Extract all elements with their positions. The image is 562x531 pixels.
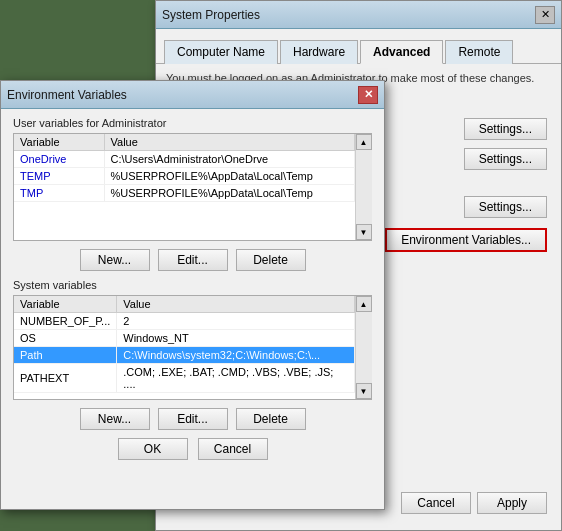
- tabs-container: Computer Name Hardware Advanced Remote: [156, 33, 561, 64]
- user-row-temp-var: TEMP: [14, 168, 104, 185]
- tab-remote[interactable]: Remote: [445, 40, 513, 64]
- sys-table-scrollbar[interactable]: ▲ ▼: [355, 296, 371, 399]
- env-window-title: Environment Variables: [7, 88, 127, 102]
- scroll-track: [356, 150, 372, 224]
- user-new-button[interactable]: New...: [80, 249, 150, 271]
- system-props-close-button[interactable]: ✕: [535, 6, 555, 24]
- sys-row-os[interactable]: OS Windows_NT: [14, 330, 355, 347]
- user-delete-button[interactable]: Delete: [236, 249, 306, 271]
- scroll-down-arrow[interactable]: ▼: [356, 224, 372, 240]
- sp-apply-button[interactable]: Apply: [477, 492, 547, 514]
- user-vars-table-inner: Variable Value OneDrive C:\Users\Adminis…: [14, 134, 355, 240]
- sys-table-header-row: Variable Value: [14, 296, 355, 313]
- sys-row-path-val: C:\Windows\system32;C:\Windows;C:\...: [117, 347, 355, 364]
- sys-vars-table: Variable Value NUMBER_OF_P... 2 OS Windo…: [14, 296, 355, 393]
- tab-advanced[interactable]: Advanced: [360, 40, 443, 64]
- tab-hardware[interactable]: Hardware: [280, 40, 358, 64]
- sys-col-variable: Variable: [14, 296, 117, 313]
- sys-row-pathext-var: PATHEXT: [14, 364, 117, 393]
- user-row-tmp[interactable]: TMP %USERPROFILE%\AppData\Local\Temp: [14, 185, 355, 202]
- sys-delete-button[interactable]: Delete: [236, 408, 306, 430]
- user-vars-table-container: Variable Value OneDrive C:\Users\Adminis…: [13, 133, 372, 241]
- sys-row-path[interactable]: Path C:\Windows\system32;C:\Windows;C:\.…: [14, 347, 355, 364]
- sys-row-os-var: OS: [14, 330, 117, 347]
- user-vars-section-title: User variables for Administrator: [13, 117, 372, 129]
- user-row-temp-val: %USERPROFILE%\AppData\Local\Temp: [104, 168, 355, 185]
- settings-button-3[interactable]: Settings...: [464, 196, 547, 218]
- sys-row-num-procs-val: 2: [117, 313, 355, 330]
- sys-row-os-val: Windows_NT: [117, 330, 355, 347]
- user-edit-button[interactable]: Edit...: [158, 249, 228, 271]
- system-props-title: System Properties: [162, 8, 260, 22]
- sys-col-value: Value: [117, 296, 355, 313]
- env-ok-button[interactable]: OK: [118, 438, 188, 460]
- user-table-scrollbar[interactable]: ▲ ▼: [355, 134, 371, 240]
- user-row-tmp-var: TMP: [14, 185, 104, 202]
- sys-edit-button[interactable]: Edit...: [158, 408, 228, 430]
- env-titlebar: Environment Variables ✕: [1, 81, 384, 109]
- sp-cancel-button[interactable]: Cancel: [401, 492, 471, 514]
- sys-row-path-var: Path: [14, 347, 117, 364]
- user-row-temp[interactable]: TEMP %USERPROFILE%\AppData\Local\Temp: [14, 168, 355, 185]
- system-props-titlebar: System Properties ✕: [156, 1, 561, 29]
- sys-vars-table-container: Variable Value NUMBER_OF_P... 2 OS Windo…: [13, 295, 372, 400]
- env-cancel-button[interactable]: Cancel: [198, 438, 268, 460]
- sys-row-num-procs[interactable]: NUMBER_OF_P... 2: [14, 313, 355, 330]
- user-row-onedrive-val: C:\Users\Administrator\OneDrve: [104, 151, 355, 168]
- sys-row-pathext[interactable]: PATHEXT .COM; .EXE; .BAT; .CMD; .VBS; .V…: [14, 364, 355, 393]
- user-table-header-row: Variable Value: [14, 134, 355, 151]
- user-col-value: Value: [104, 134, 355, 151]
- sys-scroll-up-arrow[interactable]: ▲: [356, 296, 372, 312]
- sys-vars-table-inner: Variable Value NUMBER_OF_P... 2 OS Windo…: [14, 296, 355, 399]
- env-variables-button[interactable]: Environment Variables...: [385, 228, 547, 252]
- tab-computer-name[interactable]: Computer Name: [164, 40, 278, 64]
- sys-scroll-down-arrow[interactable]: ▼: [356, 383, 372, 399]
- user-row-onedrive-var: OneDrive: [14, 151, 104, 168]
- user-row-tmp-val: %USERPROFILE%\AppData\Local\Temp: [104, 185, 355, 202]
- scroll-up-arrow[interactable]: ▲: [356, 134, 372, 150]
- sys-vars-section-title: System variables: [13, 279, 372, 291]
- sys-scroll-track: [356, 312, 372, 383]
- env-bottom-buttons: OK Cancel: [1, 438, 384, 460]
- settings-button-1[interactable]: Settings...: [464, 118, 547, 140]
- user-vars-buttons: New... Edit... Delete: [13, 249, 372, 271]
- sys-vars-buttons: New... Edit... Delete: [13, 408, 372, 430]
- sys-new-button[interactable]: New...: [80, 408, 150, 430]
- env-close-button[interactable]: ✕: [358, 86, 378, 104]
- sys-row-num-procs-var: NUMBER_OF_P...: [14, 313, 117, 330]
- sys-row-pathext-val: .COM; .EXE; .BAT; .CMD; .VBS; .VBE; .JS;…: [117, 364, 355, 393]
- user-col-variable: Variable: [14, 134, 104, 151]
- env-variables-window: Environment Variables ✕ User variables f…: [0, 80, 385, 510]
- settings-button-2[interactable]: Settings...: [464, 148, 547, 170]
- user-row-onedrive[interactable]: OneDrive C:\Users\Administrator\OneDrve: [14, 151, 355, 168]
- user-vars-table: Variable Value OneDrive C:\Users\Adminis…: [14, 134, 355, 202]
